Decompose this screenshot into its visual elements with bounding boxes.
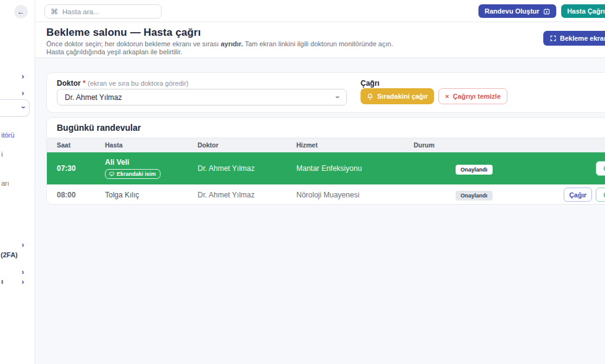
appointment-service: Nöroloji Muayenesi bbox=[296, 191, 414, 199]
chevron-right-icon[interactable]: › bbox=[22, 268, 24, 276]
chevron-right-icon[interactable]: › bbox=[22, 72, 24, 81]
doctor-select-value: Dr. Ahmet Yılmaz bbox=[65, 93, 122, 102]
sidebar-item-fragment[interactable]: arı bbox=[1, 180, 9, 187]
subtitle-text: Önce doktor seçin; her doktorun bekleme … bbox=[46, 40, 220, 48]
patient-cell: Ali Veli Ekrandaki isim bbox=[105, 158, 198, 179]
doctor-label-text: Doktor bbox=[57, 79, 81, 88]
sidebar-item-fragment[interactable]: ı bbox=[1, 278, 3, 285]
bell-icon bbox=[367, 93, 373, 100]
create-appointment-label: Randevu Oluştur bbox=[485, 7, 540, 15]
subtitle-text: Tam ekran linkini ilgili doktorun monitö… bbox=[243, 40, 393, 48]
search-input[interactable] bbox=[62, 8, 157, 15]
sidebar: ← › › › itörü i arı › (2FA) › ı › bbox=[0, 0, 35, 364]
call-panel: Doktor * (ekran ve sıra bu doktora göred… bbox=[46, 72, 605, 113]
calendar-plus-icon bbox=[543, 8, 550, 15]
open-waiting-screen-label: Bekleme ekranını aç bbox=[560, 35, 605, 42]
create-appointment-button[interactable]: Randevu Oluştur bbox=[478, 4, 556, 18]
call-patient-button[interactable]: Çağır bbox=[564, 188, 592, 202]
column-header-saat: Saat bbox=[57, 141, 105, 149]
appointments-panel: Bugünkü randevular Saat Hasta Doktor Hiz… bbox=[46, 117, 605, 205]
sidebar-item-link-fragment[interactable]: i bbox=[1, 151, 2, 158]
call-next-button[interactable]: Sıradakini çağır bbox=[361, 88, 434, 104]
subtitle-bold-text: ayrıdır. bbox=[220, 40, 243, 48]
required-asterisk: * bbox=[83, 79, 86, 88]
screen-name-badge[interactable]: Ekrandaki isim bbox=[105, 169, 161, 179]
fullscreen-icon bbox=[550, 35, 556, 41]
appointments-title: Bugünkü randevular bbox=[57, 123, 141, 133]
column-header-hasta: Hasta bbox=[105, 141, 198, 149]
appointment-service: Mantar Enfeksiyonu bbox=[296, 164, 414, 173]
sidebar-item-2fa-fragment[interactable]: (2FA) bbox=[1, 251, 18, 259]
doctor-field-label: Doktor * (ekran ve sıra bu doktora göred… bbox=[57, 79, 188, 88]
close-icon: × bbox=[445, 93, 449, 100]
page-subtitle-line1: Önce doktor seçin; her doktorun bekleme … bbox=[46, 40, 393, 48]
doctor-field-hint: (ekran ve sıra bu doktora göredir) bbox=[88, 80, 188, 87]
appointment-time: 08:00 bbox=[57, 191, 105, 199]
patient-call-monitor-button[interactable]: Hasta Çağrı Monitörü bbox=[561, 4, 605, 18]
column-header-durum: Durum bbox=[414, 141, 500, 149]
column-header-doktor: Doktor bbox=[198, 141, 296, 149]
status-badge: Onaylandı bbox=[456, 165, 493, 175]
patient-call-monitor-label: Hasta Çağrı Monitörü bbox=[567, 7, 605, 15]
patient-name: Tolga Kılıç bbox=[105, 191, 198, 199]
clear-call-button[interactable]: × Çağrıyı temizle bbox=[438, 88, 507, 104]
screen-name-label: Ekrandaki isim bbox=[117, 171, 156, 177]
sidebar-select-partial[interactable]: › bbox=[0, 99, 30, 117]
clear-call-label: Çağrıyı temizle bbox=[453, 93, 501, 100]
sidebar-item-monitor-fragment[interactable]: itörü bbox=[1, 131, 14, 139]
chevron-down-icon: › bbox=[19, 106, 28, 109]
monitor-icon bbox=[109, 172, 114, 176]
doctor-select[interactable]: Dr. Ahmet Yılmaz › bbox=[57, 89, 347, 105]
column-header-hizmet: Hizmet bbox=[296, 141, 414, 149]
call-group-label: Çağrı bbox=[361, 79, 380, 88]
call-next-label: Sıradakini çağır bbox=[377, 93, 428, 100]
chevron-right-icon[interactable]: › bbox=[22, 89, 24, 97]
chevron-right-icon[interactable]: › bbox=[22, 241, 24, 249]
page-subtitle-line2: Hasta çağrıldığında yeşil arkaplan ile b… bbox=[46, 48, 182, 56]
open-waiting-screen-button[interactable]: Bekleme ekranını aç bbox=[543, 31, 605, 46]
table-header-row: Saat Hasta Doktor Hizmet Durum bbox=[47, 138, 605, 152]
table-row[interactable]: 08:00 Tolga Kılıç Dr. Ahmet Yılmaz Nörol… bbox=[47, 184, 605, 205]
check-in-button[interactable] bbox=[596, 188, 605, 202]
appointment-doctor: Dr. Ahmet Yılmaz bbox=[198, 191, 296, 199]
chevron-right-icon[interactable]: › bbox=[22, 278, 24, 286]
patient-search[interactable]: ⌘ bbox=[44, 4, 162, 19]
appointment-time: 07:30 bbox=[57, 164, 105, 173]
page-header: Bekleme salonu — Hasta çağrı Önce doktor… bbox=[35, 22, 605, 58]
status-badge: Onaylandı bbox=[456, 191, 493, 201]
sidebar-collapse-button[interactable]: ← bbox=[14, 5, 28, 19]
chevron-down-icon: › bbox=[333, 96, 342, 98]
appointment-doctor: Dr. Ahmet Yılmaz bbox=[198, 164, 296, 173]
back-arrow-icon: ← bbox=[17, 7, 25, 16]
patient-name: Ali Veli bbox=[105, 158, 198, 167]
check-in-button[interactable] bbox=[596, 161, 605, 176]
table-row-called[interactable]: 07:30 Ali Veli Ekrandaki isim Dr. Ahmet … bbox=[47, 152, 605, 184]
page-title: Bekleme salonu — Hasta çağrı bbox=[46, 27, 201, 39]
topbar: ⌘ Randevu Oluştur Hasta Çağrı Monitörü bbox=[35, 0, 605, 22]
command-key-icon: ⌘ bbox=[51, 8, 58, 15]
